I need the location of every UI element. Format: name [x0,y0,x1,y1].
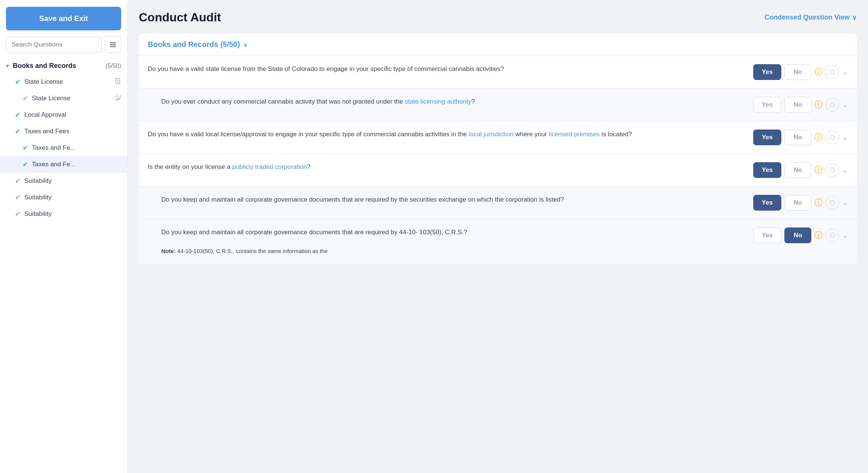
sidebar-item-suitability-1[interactable]: ✔ Suitability [0,173,127,189]
section-card-header: Books and Records (5/50) ∨ [139,33,857,56]
answer-buttons-q1: Yes No ⓘ ⌄ [753,64,848,80]
licensed-premises-link[interactable]: licensed premises [549,131,600,138]
sidebar-item-label: Taxes and Fe... [32,144,75,152]
expand-button-q3[interactable]: ⌄ [842,166,848,174]
sidebar-item-taxes-fees-1[interactable]: ✔ Taxes and Fees [0,123,127,140]
yes-button-q2[interactable]: Yes [753,130,781,145]
condensed-view-button[interactable]: Condensed Question View ∨ [764,14,857,22]
note-text-q3b: Note: 44-10-103(50), C.R.S., contains th… [161,247,328,256]
help-button-q1a[interactable]: ⓘ [814,101,823,109]
section-count: (5/50) [105,63,121,69]
question-row-q1a: Do you ever conduct any commercial canna… [139,89,857,121]
help-button-q3[interactable]: ⓘ [814,166,823,174]
state-licensing-authority-link[interactable]: state licensing authority [405,98,472,105]
question-text-q3a: Do you keep and maintain all corporate g… [161,195,747,205]
sidebar-item-taxes-fees-2[interactable]: ✔ Taxes and Fe... [0,140,127,156]
condensed-view-label: Condensed Question View [764,14,850,21]
section-header[interactable]: ▾ Books and Records (5/50) [0,58,127,74]
sidebar: Save and Exit ▾ Books and Records (5/50)… [0,0,128,473]
yes-button-q3b[interactable]: Yes [753,227,781,243]
yes-button-q1a[interactable]: Yes [753,97,781,113]
sidebar-item-suitability-3[interactable]: ✔ Suitability [0,206,127,222]
svg-point-12 [830,233,835,238]
no-button-q1[interactable]: No [784,64,811,80]
sidebar-item-suitability-2[interactable]: ✔ Suitability [0,189,127,206]
check-icon: ✔ [15,78,21,86]
yes-button-q3a[interactable]: Yes [753,195,781,211]
check-outline-icon: ✔ [15,177,21,185]
list-view-button[interactable] [105,36,121,53]
sidebar-section-books-records: ▾ Books and Records (5/50) ✔ State Licen… [0,58,127,224]
check-icon: ✔ [15,127,21,136]
help-button-q2[interactable]: ⓘ [814,133,823,142]
svg-point-10 [830,168,835,172]
no-button-q3b[interactable]: No [784,227,811,243]
yes-button-q3[interactable]: Yes [753,162,781,178]
status-circle-q1[interactable] [826,65,839,79]
expand-button-q3b[interactable]: ⌄ [842,231,848,240]
svg-point-7 [830,70,835,74]
no-button-q2[interactable]: No [784,130,811,145]
answer-buttons-q1a: Yes No ⓘ ⌄ [753,97,848,113]
no-button-q3a[interactable]: No [784,195,811,211]
expand-button-q1a[interactable]: ⌄ [842,101,848,109]
answer-buttons-q3: Yes No ⓘ ⌄ [753,162,848,178]
question-row-q3: Is the entity on your license a publicly… [139,154,857,187]
document-icon [114,78,121,86]
question-text-q2: Do you have a valid local license/approv… [148,130,747,139]
sidebar-item-label: Suitability [24,194,52,201]
status-circle-q2[interactable] [826,131,839,144]
svg-point-11 [830,200,835,205]
question-text-q1a: Do you ever conduct any commercial canna… [161,97,747,107]
question-row-q3b: Do you keep and maintain all corporate g… [139,219,857,264]
chevron-down-icon: ▾ [6,62,9,69]
check-outline-icon: ✔ [15,193,21,202]
expand-button-q1[interactable]: ⌄ [842,68,848,76]
svg-point-8 [830,102,835,107]
status-circle-q3a[interactable] [826,196,839,209]
publicly-traded-corporation-link[interactable]: publicly traded corporation [232,163,307,170]
check-outline-icon: ✔ [15,210,21,218]
answer-buttons-q3b: Yes No ⓘ ⌄ [753,227,848,243]
sidebar-item-label: State License [24,78,63,86]
search-input[interactable] [6,37,102,53]
svg-point-9 [830,135,835,140]
question-text-q3: Is the entity on your license a publicly… [148,162,747,172]
chevron-down-icon: ∨ [852,14,857,22]
status-circle-q1a[interactable] [826,98,839,111]
sidebar-item-label: Taxes and Fe... [32,161,75,168]
answer-buttons-q3a: Yes No ⓘ ⌄ [753,195,848,211]
no-button-q1a[interactable]: No [784,97,811,113]
question-text-q3b: Do you keep and maintain all corporate g… [161,227,747,237]
sidebar-item-taxes-fees-3[interactable]: ✔ Taxes and Fe... [0,156,127,173]
question-row-q2: Do you have a valid local license/approv… [139,121,857,154]
help-button-q3a[interactable]: ⓘ [814,199,823,207]
section-card-title[interactable]: Books and Records (5/50) ∨ [148,40,247,49]
sidebar-item-label: Suitability [24,210,52,218]
question-text-q1: Do you have a valid state license from t… [148,64,747,74]
help-button-q3b[interactable]: ⓘ [814,231,823,240]
status-circle-q3[interactable] [826,163,839,177]
expand-button-q2[interactable]: ⌄ [842,133,848,142]
sidebar-item-state-license-1[interactable]: ✔ State License [0,74,127,90]
check-icon: ✔ [15,111,21,119]
sidebar-item-state-license-2[interactable]: ✔ State License [0,90,127,107]
svg-rect-1 [110,44,116,45]
check-icon: ✔ [23,144,28,152]
save-exit-button[interactable]: Save and Exit [6,7,121,30]
question-row-q1: Do you have a valid state license from t… [139,56,857,89]
main-content: Conduct Audit Condensed Question View ∨ … [128,0,868,473]
status-circle-q3b[interactable] [826,229,839,242]
sidebar-item-label: State License [32,95,71,102]
no-button-q3[interactable]: No [784,162,811,178]
answer-buttons-q2: Yes No ⓘ ⌄ [753,130,848,145]
sidebar-item-local-approval[interactable]: ✔ Local Approval [0,107,127,123]
help-button-q1[interactable]: ⓘ [814,68,823,76]
question-row-q3a: Do you keep and maintain all corporate g… [139,187,857,219]
main-header: Conduct Audit Condensed Question View ∨ [139,11,857,24]
local-jurisdiction-link[interactable]: local jurisdiction [469,131,514,138]
sidebar-item-label: Taxes and Fees [24,128,69,135]
yes-button-q1[interactable]: Yes [753,64,781,80]
page-title: Conduct Audit [139,11,221,24]
expand-button-q3a[interactable]: ⌄ [842,199,848,207]
